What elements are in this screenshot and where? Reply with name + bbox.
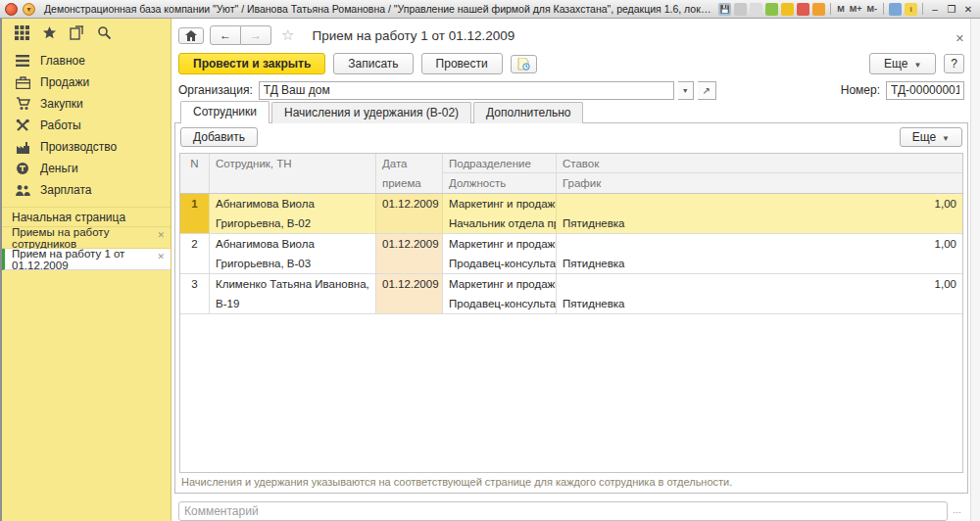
organization-row: Организация: ▼ ↗ Номер: (174, 77, 968, 102)
menu-icon (15, 53, 30, 69)
table-row[interactable]: 1 Абнагимова Виола Григорьевна, В-02 01.… (180, 194, 962, 234)
sidebar-item-home-page[interactable]: Начальная страница (2, 207, 171, 227)
save-icon[interactable]: 💾 (718, 3, 731, 16)
organization-input[interactable] (259, 81, 674, 100)
apps-grid-icon[interactable] (14, 24, 29, 40)
comment-input[interactable] (178, 501, 948, 521)
home-button[interactable] (178, 27, 204, 44)
post-button[interactable]: Провести (421, 53, 503, 74)
organization-dropdown-icon[interactable]: ▼ (678, 81, 694, 100)
table-toolbar: Добавить Еще▼ (175, 123, 967, 151)
sidebar-item-закупки[interactable]: Закупки (2, 93, 171, 115)
tab-дополнительно[interactable]: Дополнительно (473, 102, 583, 123)
tools-icon (15, 118, 30, 133)
calendar-icon[interactable] (797, 3, 809, 16)
col-header-rate-schedule[interactable]: Ставок График (557, 154, 962, 193)
sidebar-item-продажи[interactable]: Продажи (2, 71, 171, 93)
help-button[interactable]: ? (944, 54, 964, 73)
number-label: Номер: (841, 83, 880, 97)
sidebar-item-зарплата[interactable]: Зарплата (2, 179, 171, 201)
close-window-icon[interactable]: ✕ (157, 252, 165, 261)
table-header: N Сотрудник, ТН Дата приема Подразделени… (180, 154, 962, 194)
factory-icon (15, 139, 30, 155)
cell-row-number[interactable]: 1 (180, 194, 210, 233)
comment-more-icon[interactable]: … (950, 503, 964, 519)
number-input[interactable] (886, 81, 964, 100)
sidebar-item-деньги[interactable]: Деньги (2, 158, 171, 179)
cell-hire-date[interactable]: 01.12.2009 (376, 274, 443, 313)
organization-open-icon[interactable]: ↗ (698, 81, 716, 100)
cell-row-number[interactable]: 2 (180, 234, 210, 273)
close-window-icon[interactable]: ✕ (157, 230, 165, 240)
cell-rate-schedule[interactable]: 1,00Пятидневка (557, 234, 962, 273)
open-window-tab[interactable]: Приемы на работу сотрудников✕ (2, 227, 171, 249)
memory-button[interactable]: M (836, 4, 846, 14)
window-titlebar: ▼ Демонстрационная база компании "Уют" /… (0, 0, 980, 19)
command-bar: Провести и закрыть Записать Провести Еще… (174, 49, 968, 77)
favorite-star-icon[interactable]: ☆ (281, 26, 294, 44)
sidebar-item-работы[interactable]: Работы (2, 115, 171, 136)
app-menu-icon[interactable] (5, 3, 18, 16)
cell-row-number[interactable]: 3 (180, 274, 210, 313)
form-more-button[interactable]: Еще▼ (869, 53, 936, 74)
home-icon (185, 30, 197, 41)
post-and-close-button[interactable]: Провести и закрыть (178, 53, 325, 74)
print-icon[interactable] (734, 3, 747, 16)
form-close-icon[interactable]: ✕ (956, 32, 964, 45)
add-favorite-icon[interactable] (765, 3, 778, 16)
chevron-down-icon: ▼ (942, 134, 950, 143)
table-more-button[interactable]: Еще▼ (900, 127, 962, 147)
table-row[interactable]: 2 Абнагимова Виола Григорьевна, В-03 01.… (180, 234, 962, 274)
main-area: ✕ ← → ☆ Прием на работу 1 от 01.12.2009 … (172, 19, 980, 521)
favorites-star-icon[interactable] (41, 24, 57, 40)
coin-icon (15, 161, 30, 176)
employees-table-body: 1 Абнагимова Виола Григорьевна, В-02 01.… (180, 194, 962, 314)
cell-department-position[interactable]: Маркетинг и продажиНачальник отдела прод… (443, 194, 557, 233)
cell-rate-schedule[interactable]: 1,00Пятидневка (557, 194, 962, 233)
save-button[interactable]: Записать (333, 53, 413, 74)
open-window-label: Приемы на работу сотрудников (12, 226, 171, 250)
sidebar-item-производство[interactable]: Производство (2, 136, 171, 158)
col-header-number[interactable]: N (180, 154, 210, 193)
memory-button[interactable]: M- (866, 4, 879, 14)
create-based-on-icon (517, 58, 530, 71)
forward-button[interactable]: → (241, 25, 271, 45)
cell-department-position[interactable]: Маркетинг и продажиПродавец-консультант (443, 234, 557, 273)
cell-hire-date[interactable]: 01.12.2009 (376, 194, 443, 233)
tab-сотрудники[interactable]: Сотрудники (180, 101, 270, 123)
col-header-date[interactable]: Дата приема (376, 154, 443, 193)
sections-panel-icon[interactable] (69, 24, 84, 40)
sidebar: ГлавноеПродажиЗакупкиРаботыПроизводствоД… (2, 19, 172, 521)
sidebar-tool-icons (2, 19, 171, 46)
split-window-icon[interactable] (889, 3, 902, 16)
back-button[interactable]: ← (210, 25, 241, 45)
create-based-on-button[interactable] (511, 55, 537, 73)
favorites-icon[interactable] (781, 3, 794, 16)
col-header-department-position[interactable]: Подразделение Должность (443, 154, 557, 193)
cell-employee[interactable]: Клименко Татьяна Ивановна, В-19 (210, 274, 376, 313)
app-window: ГлавноеПродажиЗакупкиРаботыПроизводствоД… (0, 19, 980, 521)
col-header-employee[interactable]: Сотрудник, ТН (210, 154, 376, 193)
add-row-button[interactable]: Добавить (180, 127, 258, 147)
minimize-button[interactable]: – (928, 4, 942, 15)
info-icon[interactable]: i (905, 3, 917, 16)
tab-начисления-и-удержания-в-02-[interactable]: Начисления и удержания (В-02) (271, 102, 471, 123)
cell-hire-date[interactable]: 01.12.2009 (376, 234, 443, 273)
calculator-icon[interactable] (812, 3, 825, 16)
search-icon[interactable] (96, 24, 112, 40)
close-button[interactable]: ✕ (961, 4, 975, 15)
sidebar-item-label: Главное (40, 54, 85, 68)
cell-department-position[interactable]: Маркетинг и продажиПродавец-консультант (443, 274, 557, 313)
memory-button[interactable]: M+ (849, 4, 863, 14)
open-window-tab[interactable]: Прием на работу 1 от 01.12.2009✕ (2, 249, 171, 270)
cell-employee[interactable]: Абнагимова Виола Григорьевна, В-03 (210, 234, 376, 273)
sidebar-nav: ГлавноеПродажиЗакупкиРаботыПроизводствоД… (2, 46, 171, 203)
print-preview-icon[interactable] (750, 3, 762, 16)
cell-employee[interactable]: Абнагимова Виола Григорьевна, В-02 (210, 194, 376, 233)
titlebar-dropdown-icon[interactable]: ▼ (23, 3, 35, 16)
home-page-label: Начальная страница (12, 211, 125, 224)
table-row[interactable]: 3 Клименко Татьяна Ивановна, В-19 01.12.… (180, 274, 962, 314)
sidebar-item-главное[interactable]: Главное (2, 50, 171, 71)
restore-button[interactable]: ❐ (945, 4, 958, 15)
cell-rate-schedule[interactable]: 1,00Пятидневка (557, 274, 962, 313)
